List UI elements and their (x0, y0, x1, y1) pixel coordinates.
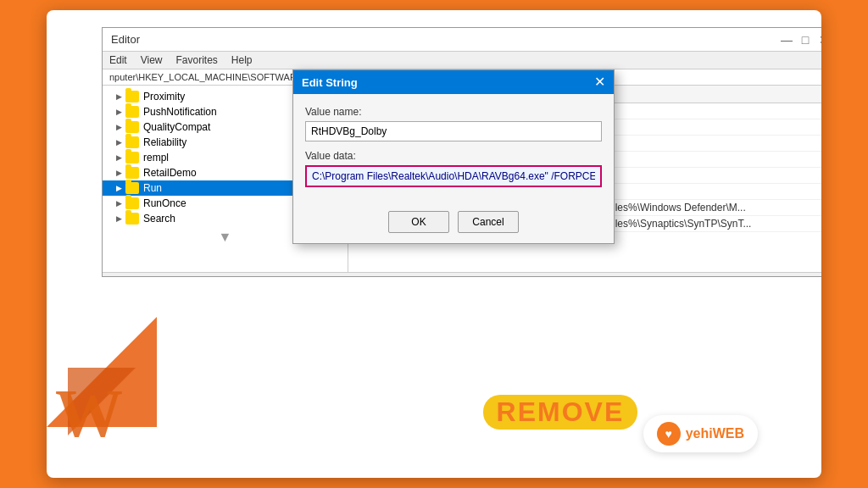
dialog-ok-button[interactable]: OK (388, 211, 449, 233)
dialog-buttons: OK Cancel (293, 204, 614, 243)
dialog-overlay: Edit String ✕ Value name: Value data: OK… (47, 10, 821, 478)
dialog-body: Value name: Value data: (293, 94, 614, 204)
value-name-label: Value name: (305, 106, 602, 118)
edit-string-dialog: Edit String ✕ Value name: Value data: OK… (292, 69, 615, 244)
card: W RIGHT CLICK TO REMOVE THE VIRUS ♥ yehi… (47, 10, 821, 478)
dialog-title: Edit String (302, 76, 358, 89)
dialog-close-button[interactable]: ✕ (594, 75, 605, 89)
dialog-titlebar: Edit String ✕ (293, 70, 614, 94)
value-data-input[interactable] (305, 165, 602, 187)
dialog-cancel-button[interactable]: Cancel (458, 211, 519, 233)
value-data-label: Value data: (305, 150, 602, 162)
value-name-input[interactable] (305, 121, 602, 141)
